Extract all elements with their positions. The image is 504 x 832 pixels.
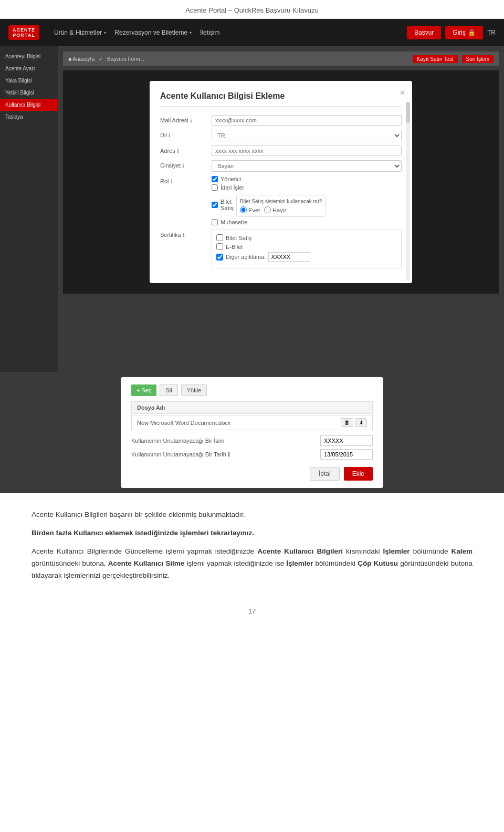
file-row-actions: 🗑 ⬇ (341, 418, 367, 427)
form-row-cinsiyet: Cinsiyet ℹ Bayan Bay (160, 160, 402, 172)
info-icon-adres: ℹ (177, 148, 179, 154)
form-row-sertifika: Sertifika ℹ Bilet Satış E-Bilet (160, 230, 402, 268)
paragraph-1: Acente Kullanıcı Bilgileri başarılı bir … (32, 509, 472, 521)
rol-idari-checkbox[interactable] (212, 184, 218, 191)
navbar-actions: Başvur Giriş 🔒 TR (407, 26, 496, 39)
form-row-adres: Adres ℹ (160, 145, 402, 156)
sidebar: Acenteyi Bilgisi Acente Ayarı Yaka Bilgi… (0, 46, 58, 372)
form-row-rol: Rol ℹ Yönetici İdari İşler (160, 176, 402, 225)
lock-icon: 🔒 (468, 29, 476, 36)
info-icon-dil: ℹ (169, 132, 171, 138)
rol-yonetici-checkbox[interactable] (212, 176, 218, 182)
sidebar-item-kullanici-bilgisi[interactable]: Kullanıcı Bilgisi (0, 99, 58, 111)
kaydet-satin-al-button[interactable]: Kayıt Satın Test (413, 55, 458, 63)
ekle-button[interactable]: Ekle (344, 467, 373, 481)
modal-dialog: Acente Kullanıcı Bilgisi Ekleme × Mail A… (150, 81, 412, 283)
sec-button[interactable]: + Seç (131, 384, 156, 396)
modal-footer-buttons: İptal Ekle (131, 467, 373, 481)
mail-input[interactable] (212, 115, 402, 126)
modal-scrollbar (406, 102, 410, 281)
memorable-date-input[interactable] (320, 449, 373, 460)
sertifika-diger-input[interactable] (268, 252, 310, 262)
bilet-satis-box: Bilet Satış sistemini kullanacak mı? Eve… (236, 195, 326, 217)
basvur-button[interactable]: Başvur (407, 26, 441, 39)
sub-header: ■ Anasayfa ✓ Başvuru Form... Kayıt Satın… (63, 51, 499, 66)
file-row: New Microsoft Word Document.docx 🗑 ⬇ (131, 415, 373, 430)
sertifika-label: Sertifika ℹ (160, 230, 207, 238)
navbar-item-rezervasyon[interactable]: Rezervasyon ve Biletleme ▾ (114, 29, 192, 36)
mail-label: Mail Adresi ℹ (160, 115, 207, 123)
sertifika-box: Bilet Satış E-Bilet Diğer açıklama: (212, 230, 402, 268)
file-buttons: + Seç Sil Yükle (131, 384, 373, 396)
giris-button[interactable]: Giriş 🔒 (445, 26, 483, 39)
yukle-button[interactable]: Yükle (181, 384, 207, 396)
memorable-date-label: Kullanıcının Unutamayacağı Bir Tarih ℹ (131, 451, 316, 458)
bilet-satis-radio-group: Evet Hayır (240, 206, 322, 213)
file-upload-area: + Seç Sil Yükle Dosya Adı New Microsoft … (121, 377, 383, 488)
language-selector[interactable]: TR (487, 29, 496, 36)
file-delete-button[interactable]: 🗑 (341, 418, 353, 427)
sertifika-diger: Diğer açıklama: (216, 252, 397, 262)
rol-idari-isler-item: İdari İşler (212, 184, 402, 191)
rol-bilet-satis-item: BiletSatış Bilet Satış sistemini kullana… (212, 193, 402, 217)
radio-hayir-item: Hayır (264, 206, 286, 213)
info-icon-sertifika: ℹ (183, 232, 185, 238)
radio-evet[interactable] (240, 206, 247, 213)
main-content: ■ Anasayfa ✓ Başvuru Form... Kayıt Satın… (58, 46, 504, 372)
rol-yonetici-item: Yönetici (212, 176, 402, 182)
rol-muhasebe-item: Muhasebe (212, 219, 402, 225)
info-icon-cinsiyet: ℹ (182, 163, 184, 169)
sidebar-item-yetkili-bilgisi[interactable]: Yetkili Bilgisi (0, 87, 58, 99)
memorable-date-field: Kullanıcının Unutamayacağı Bir Tarih ℹ (131, 449, 373, 460)
sidebar-item-acente-bilgisi[interactable]: Acenteyi Bilgisi (0, 50, 58, 63)
cinsiyet-select[interactable]: Bayan Bay (212, 160, 402, 172)
rol-muhasebe-checkbox[interactable] (212, 219, 218, 225)
adres-input[interactable] (212, 145, 402, 156)
sil-button[interactable]: Sil (160, 384, 177, 396)
radio-hayir[interactable] (264, 206, 271, 213)
rol-label: Rol ℹ (160, 176, 207, 184)
son-islem-button[interactable]: Son İşlem (462, 55, 494, 63)
sertifika-diger-checkbox[interactable] (216, 254, 223, 261)
logo-bottom: PORTAL (13, 33, 35, 38)
page-number: 17 (0, 599, 504, 623)
modal-close-button[interactable]: × (400, 88, 405, 98)
cinsiyet-label: Cinsiyet ℹ (160, 160, 207, 169)
chevron-down-icon: ▾ (190, 30, 192, 35)
sidebar-item-acente-ayari[interactable]: Acente Ayarı (0, 63, 58, 75)
sertifika-ebilet-checkbox[interactable] (216, 243, 223, 250)
info-icon-date: ℹ (228, 451, 230, 458)
page-title: Acente Portal – QuickRes Başvuru Kılavuz… (0, 0, 504, 19)
file-name: New Microsoft Word Document.docx (137, 420, 337, 426)
logo: ACENTE PORTAL (8, 25, 39, 40)
sertifika-bilet-checkbox[interactable] (216, 234, 223, 241)
sidebar-item-taslaya[interactable]: Taslaya (0, 111, 58, 123)
navbar-item-iletisim[interactable]: İletişim (200, 29, 219, 36)
dil-label: Dil ℹ (160, 130, 207, 138)
dil-select[interactable]: TR EN (212, 130, 402, 141)
iptal-button[interactable]: İptal (310, 467, 340, 481)
memorable-name-input[interactable] (320, 435, 373, 446)
navbar-item-products[interactable]: Ürün & Hizmetler ▾ (54, 29, 106, 36)
sidebar-item-yaka-bilgisi[interactable]: Yaka Bilgisi (0, 75, 58, 87)
content-area: Acenteyi Bilgisi Acente Ayarı Yaka Bilgi… (0, 46, 504, 372)
memorable-name-field: Kullanıcının Unutamayacağı Bir İsim (131, 435, 373, 446)
rol-bilet-satis-checkbox[interactable] (212, 202, 218, 208)
chevron-down-icon: ▾ (104, 30, 106, 35)
sertifika-bilet-satis: Bilet Satış (216, 234, 397, 241)
second-section: + Seç Sil Yükle Dosya Adı New Microsoft … (0, 372, 504, 493)
navbar-menu: Ürün & Hizmetler ▾ Rezervasyon ve Biletl… (54, 29, 396, 36)
file-table-header: Dosya Adı (131, 401, 373, 414)
file-download-button[interactable]: ⬇ (355, 418, 367, 427)
breadcrumb-basvuru: Başvuru Form... (107, 56, 144, 62)
navbar: ACENTE PORTAL Ürün & Hizmetler ▾ Rezerva… (0, 19, 504, 46)
modal-overlay: Acente Kullanıcı Bilgisi Ekleme × Mail A… (63, 70, 499, 294)
paragraph-2: Birden fazla Kullanıcı eklemek istediğin… (32, 527, 472, 539)
breadcrumb-sep: ✓ (99, 56, 103, 62)
radio-evet-item: Evet (240, 206, 260, 213)
info-icon-rol: ℹ (171, 179, 173, 184)
modal-title: Acente Kullanıcı Bilgisi Ekleme (160, 91, 402, 107)
logo-top: ACENTE (13, 27, 35, 33)
paragraph-3: Acente Kullanıcı Bilgilerinde Güncelleme… (32, 546, 472, 582)
form-row-mail: Mail Adresi ℹ (160, 115, 402, 126)
